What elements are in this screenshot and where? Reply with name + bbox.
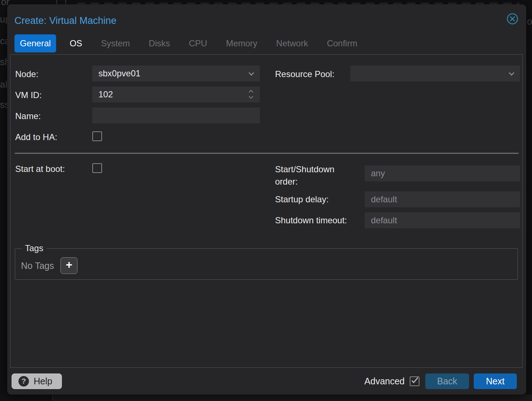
advanced-label: Advanced bbox=[364, 376, 405, 387]
start-shutdown-order-label: Start/Shutdown order: bbox=[275, 163, 354, 188]
start-at-boot-label: Start at boot: bbox=[15, 164, 65, 174]
add-to-ha-checkbox[interactable] bbox=[92, 131, 102, 141]
no-tags-text: No Tags bbox=[21, 261, 54, 271]
name-input[interactable] bbox=[92, 107, 260, 123]
name-label: Name: bbox=[15, 111, 41, 121]
background-divider bbox=[52, 394, 53, 401]
shutdown-timeout-field-wrap[interactable] bbox=[365, 212, 520, 228]
spinner-up-down-icon[interactable] bbox=[249, 89, 254, 100]
tab-os[interactable]: OS bbox=[64, 34, 88, 52]
background-text-fragment: o bbox=[527, 16, 532, 27]
page-background: or up ca sh all ss o Create: Virtual Mac… bbox=[0, 0, 532, 401]
vm-id-spinner-field[interactable] bbox=[92, 86, 260, 102]
add-tag-button[interactable]: + bbox=[60, 257, 77, 274]
next-button[interactable]: Next bbox=[474, 373, 517, 389]
help-button[interactable]: Help bbox=[12, 373, 62, 389]
vm-id-input[interactable] bbox=[92, 86, 260, 102]
background-strip bbox=[53, 394, 532, 401]
tags-legend: Tags bbox=[22, 243, 47, 253]
tab-memory: Memory bbox=[220, 34, 263, 52]
dialog-title: Create: Virtual Machine bbox=[14, 15, 117, 26]
tab-cpu: CPU bbox=[183, 34, 213, 52]
resource-pool-input[interactable] bbox=[350, 66, 520, 81]
add-to-ha-label: Add to HA: bbox=[15, 132, 57, 142]
start-at-boot-checkbox[interactable] bbox=[92, 163, 102, 173]
node-combobox[interactable] bbox=[92, 66, 260, 81]
close-icon bbox=[506, 12, 519, 25]
shutdown-timeout-label: Shutdown timeout: bbox=[275, 215, 347, 225]
node-label: Node: bbox=[15, 69, 38, 79]
startup-delay-label: Startup delay: bbox=[275, 194, 329, 204]
resource-pool-combobox[interactable] bbox=[350, 66, 520, 81]
tab-disks: Disks bbox=[143, 34, 176, 52]
help-button-label: Help bbox=[34, 376, 52, 387]
section-divider bbox=[15, 153, 519, 154]
tags-row: No Tags + bbox=[21, 257, 512, 274]
shutdown-timeout-input[interactable] bbox=[365, 212, 520, 228]
vm-id-label: VM ID: bbox=[15, 90, 42, 100]
background-strip bbox=[0, 394, 52, 401]
start-shutdown-order-input[interactable] bbox=[365, 165, 520, 181]
startup-delay-field-wrap[interactable] bbox=[365, 191, 520, 207]
wizard-tabbar: General OS System Disks CPU Memory Netwo… bbox=[14, 34, 363, 52]
node-input[interactable] bbox=[92, 66, 260, 81]
general-tab-panel: Node: Resource Pool: VM ID: Name: bbox=[10, 54, 523, 368]
start-shutdown-order-field-wrap[interactable] bbox=[365, 165, 520, 181]
tab-system: System bbox=[96, 34, 135, 52]
startup-delay-input[interactable] bbox=[365, 191, 520, 207]
tab-confirm: Confirm bbox=[321, 34, 363, 52]
tab-general[interactable]: General bbox=[14, 34, 56, 52]
create-vm-dialog: Create: Virtual Machine General OS Syste… bbox=[7, 4, 526, 394]
close-button[interactable] bbox=[505, 12, 520, 26]
back-button[interactable]: Back bbox=[425, 373, 469, 389]
tab-network: Network bbox=[271, 34, 313, 52]
question-mark-icon bbox=[18, 376, 29, 387]
tags-fieldset: Tags No Tags + bbox=[15, 243, 518, 280]
resource-pool-label: Resource Pool: bbox=[275, 69, 334, 79]
advanced-checkbox[interactable] bbox=[410, 376, 419, 386]
name-field-wrap[interactable] bbox=[92, 107, 260, 123]
dialog-footer: Help Advanced Back Next bbox=[12, 373, 517, 389]
advanced-toggle-group: Advanced bbox=[364, 376, 419, 387]
